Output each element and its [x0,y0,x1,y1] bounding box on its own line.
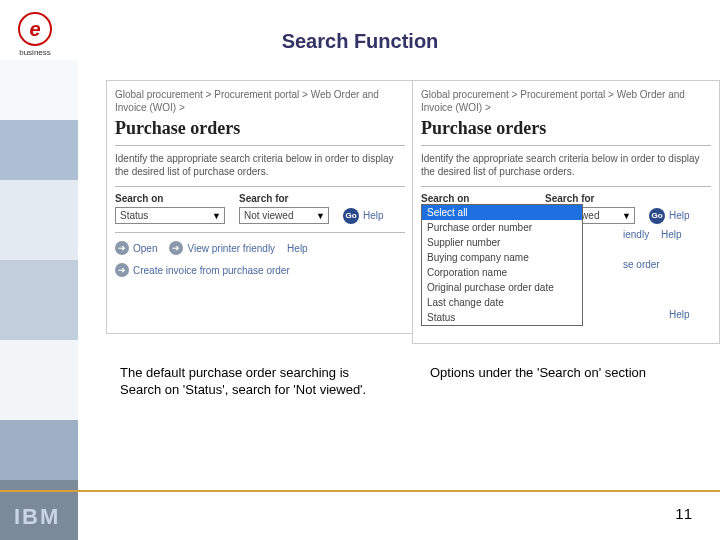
chevron-down-icon: ▼ [622,211,631,221]
help-link[interactable]: Help [363,210,384,221]
peek-text: se order [623,259,660,270]
search-for-label: Search for [545,193,635,204]
divider-line [0,490,720,492]
search-for-value: Not viewed [244,210,293,221]
intro-text: Identify the appropriate search criteria… [421,145,711,178]
arrow-icon: ➔ [115,263,129,277]
open-button[interactable]: ➔Open [115,241,157,255]
go-button[interactable]: Go [343,208,359,224]
peek-text: iendly [623,229,649,240]
search-on-dropdown[interactable]: Select all Purchase order number Supplie… [421,204,583,326]
help-link[interactable]: Help [287,243,308,254]
intro-text: Identify the appropriate search criteria… [115,145,405,178]
search-for-select[interactable]: Not viewed ▼ [239,207,329,224]
breadcrumb: Global procurement > Procurement portal … [421,88,711,114]
arrow-icon: ➔ [169,241,183,255]
slide-title: Search Function [0,30,720,53]
dropdown-option[interactable]: Buying company name [422,250,582,265]
page-number: 11 [675,505,692,522]
decorative-strip [0,0,78,540]
help-link[interactable]: Help [669,210,690,221]
search-on-select[interactable]: Status ▼ [115,207,225,224]
dropdown-option[interactable]: Select all [422,205,582,220]
ibm-logo: IBM [14,504,60,530]
arrow-icon: ➔ [115,241,129,255]
dropdown-option[interactable]: Status [422,310,582,325]
search-for-label: Search for [239,193,329,204]
page-heading: Purchase orders [421,118,711,139]
caption-left: The default purchase order searching is … [120,365,380,399]
chevron-down-icon: ▼ [316,211,325,221]
search-on-label: Search on [115,193,225,204]
breadcrumb: Global procurement > Procurement portal … [115,88,405,114]
caption-right: Options under the 'Search on' section [430,365,690,382]
peek-text: Help [661,229,682,240]
dropdown-option[interactable]: Corporation name [422,265,582,280]
peek-text: Help [669,309,690,320]
search-on-value: Status [120,210,148,221]
dropdown-option[interactable]: Supplier number [422,235,582,250]
dropdown-option[interactable]: Last change date [422,295,582,310]
printer-friendly-button[interactable]: ➔View printer friendly [169,241,275,255]
screenshot-left: Global procurement > Procurement portal … [106,80,414,334]
dropdown-option[interactable]: Original purchase order date [422,280,582,295]
create-invoice-button[interactable]: ➔Create invoice from purchase order [115,263,290,277]
search-on-label: Search on [421,193,531,204]
dropdown-option[interactable]: Purchase order number [422,220,582,235]
chevron-down-icon: ▼ [212,211,221,221]
screenshot-right: Global procurement > Procurement portal … [412,80,720,344]
go-button[interactable]: Go [649,208,665,224]
page-heading: Purchase orders [115,118,405,139]
